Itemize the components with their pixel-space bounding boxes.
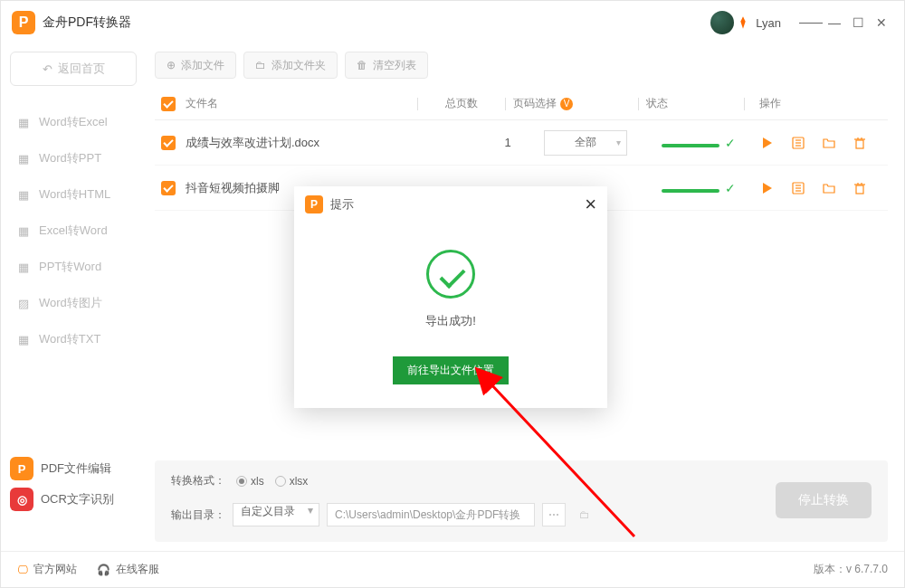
- folder-open-icon[interactable]: [821, 180, 837, 196]
- success-check-icon: [426, 250, 475, 299]
- official-site-link[interactable]: 🖵官方网站: [17, 562, 77, 577]
- ocr-icon: ◎: [10, 488, 33, 511]
- add-folder-button[interactable]: 🗀添加文件夹: [243, 52, 338, 79]
- dialog-logo: P: [305, 195, 323, 213]
- stop-convert-button[interactable]: 停止转换: [776, 482, 872, 518]
- format-xls-radio[interactable]: xls: [236, 475, 264, 488]
- success-check-icon: ✓: [725, 181, 736, 195]
- back-label: 返回首页: [58, 61, 105, 77]
- minimize-button[interactable]: —: [823, 11, 846, 34]
- row-checkbox[interactable]: [161, 181, 176, 195]
- folder-open-icon[interactable]: [821, 135, 837, 151]
- back-icon: ↶: [43, 62, 52, 76]
- support-link[interactable]: 🎧在线客服: [97, 562, 159, 577]
- menu-button[interactable]: [799, 11, 823, 34]
- trash-icon: 🗑: [357, 59, 367, 71]
- success-check-icon: ✓: [725, 136, 736, 150]
- nav-word-to-image[interactable]: ▨Word转图片: [10, 285, 137, 321]
- detail-icon[interactable]: [790, 180, 806, 196]
- progress-bar: [662, 144, 719, 147]
- sidebar-ocr[interactable]: ◎ OCR文字识别: [10, 484, 137, 515]
- add-file-button[interactable]: ⊕添加文件: [155, 52, 236, 79]
- export-success-dialog: P 提示 × 导出成功! 前往导出文件位置: [294, 186, 607, 408]
- dialog-title: 提示: [330, 196, 354, 213]
- page-range-select[interactable]: 全部: [544, 130, 627, 156]
- user-avatar[interactable]: [710, 11, 734, 34]
- goto-export-folder-button[interactable]: 前往导出文件位置: [393, 356, 509, 384]
- progress-bar: [662, 189, 719, 193]
- doc-icon: ▦: [15, 150, 32, 166]
- dialog-close-button[interactable]: ×: [585, 194, 596, 214]
- delete-icon[interactable]: [852, 135, 868, 151]
- output-path-field[interactable]: C:\Users\admin\Desktop\金舟PDF转换: [327, 503, 535, 526]
- delete-icon[interactable]: [852, 180, 868, 196]
- doc-icon: ▦: [15, 223, 32, 239]
- vip-badge-icon: V: [560, 98, 573, 110]
- nav-word-to-html[interactable]: ▦Word转HTML: [10, 176, 137, 213]
- back-home-button[interactable]: ↶ 返回首页: [10, 52, 137, 86]
- app-logo: P: [12, 11, 35, 34]
- col-pages: 总页数: [425, 96, 498, 111]
- browse-button[interactable]: ⋯: [542, 503, 566, 526]
- vip-icon: [736, 15, 750, 30]
- col-page-select: 页码选择: [513, 96, 557, 111]
- output-mode-select[interactable]: 自定义目录: [233, 503, 319, 526]
- format-label: 转换格式：: [171, 473, 225, 488]
- monitor-icon: 🖵: [17, 564, 28, 576]
- file-pages: 1: [472, 136, 544, 149]
- maximize-button[interactable]: ☐: [846, 11, 870, 34]
- sidebar-pdf-edit[interactable]: P PDF文件编辑: [10, 453, 137, 484]
- file-name: 成绩与效率改进计划.docx: [182, 135, 472, 151]
- doc-icon: ▦: [15, 114, 32, 130]
- clear-list-button[interactable]: 🗑清空列表: [345, 52, 428, 79]
- app-title: 金舟PDF转换器: [43, 14, 131, 31]
- doc-icon: ▦: [15, 331, 32, 347]
- image-icon: ▨: [15, 295, 32, 311]
- play-icon[interactable]: [759, 180, 776, 196]
- table-header: 文件名 总页数 页码选择V 状态 操作: [155, 88, 888, 120]
- col-status: 状态: [646, 96, 737, 111]
- nav-word-to-ppt[interactable]: ▦Word转PPT: [10, 140, 137, 176]
- table-row: 成绩与效率改进计划.docx 1 全部 ✓: [155, 120, 888, 166]
- row-checkbox[interactable]: [161, 136, 176, 150]
- headset-icon: 🎧: [97, 564, 110, 576]
- plus-icon: ⊕: [167, 59, 176, 71]
- nav-word-to-txt[interactable]: ▦Word转TXT: [10, 321, 137, 357]
- svg-rect-12: [856, 185, 863, 194]
- format-xlsx-radio[interactable]: xlsx: [275, 475, 309, 488]
- open-folder-button[interactable]: 🗀: [573, 503, 596, 526]
- conversion-settings-panel: 转换格式： xls xlsx 输出目录： 自定义目录 C:\Users\admi…: [155, 460, 888, 542]
- output-label: 输出目录：: [171, 507, 225, 523]
- col-filename: 文件名: [182, 96, 410, 111]
- folder-icon: 🗀: [255, 59, 266, 71]
- detail-icon[interactable]: [790, 135, 806, 151]
- select-all-checkbox[interactable]: [161, 97, 176, 111]
- success-message: 导出成功!: [294, 313, 607, 329]
- doc-icon: ▦: [15, 186, 32, 203]
- pdf-edit-icon: P: [10, 457, 33, 480]
- col-ops: 操作: [752, 96, 888, 111]
- svg-rect-4: [856, 140, 863, 148]
- nav-ppt-to-word[interactable]: ▦PPT转Word: [10, 249, 137, 285]
- nav-word-to-excel[interactable]: ▦Word转Excel: [10, 104, 137, 140]
- version-label: 版本：v 6.7.7.0: [814, 562, 888, 577]
- close-button[interactable]: ✕: [870, 11, 893, 34]
- username[interactable]: Lyan: [756, 16, 781, 30]
- doc-icon: ▦: [15, 259, 32, 275]
- nav-excel-to-word[interactable]: ▦Excel转Word: [10, 213, 137, 249]
- play-icon[interactable]: [759, 135, 776, 151]
